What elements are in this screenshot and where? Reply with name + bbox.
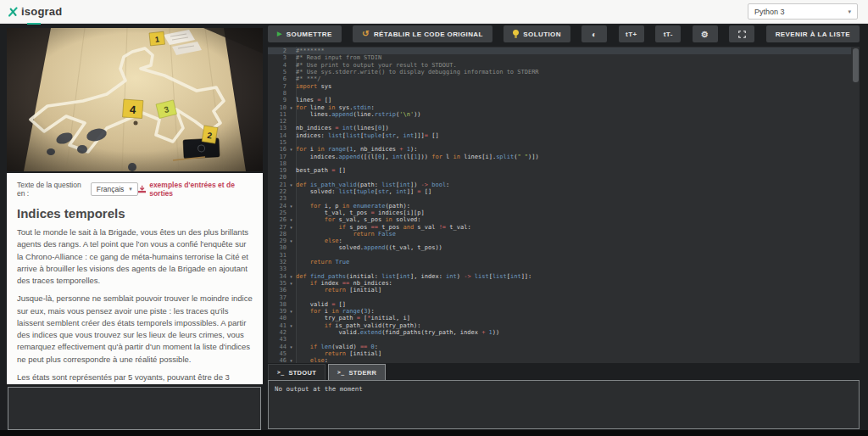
play-icon: ▶ [277,31,282,37]
question-paragraph: Jusque-là, personne ne semblait pouvoir … [17,293,253,366]
contrast-button[interactable]: ◐ [581,25,607,42]
code-line: 17 indices.append([(l[0], int(l[1])) for… [268,153,851,159]
code-line: 36 return [initial] [268,287,851,293]
code-line: 28 return False [268,231,851,238]
code-line: 42 valid.extend(find_paths(try_path, ind… [268,329,851,336]
question-title: Indices temporels [17,206,253,221]
code-line: 13nb_indices = int(lines[0]) [268,125,851,131]
font-decrease-button[interactable]: tT- [655,25,681,42]
code-line: 31 [268,252,851,259]
bottom-strip [0,430,868,436]
isograd-logo-icon [8,7,18,17]
question-paragraph: Tout le monde le sait à la Brigade, vous… [17,226,253,287]
console-message: No output at the moment [275,385,853,393]
code-line: 7import sys [268,82,851,89]
chevron-down-icon: ▾ [848,8,851,15]
code-line: 45 return [initial] [268,350,851,357]
gear-icon: ⚙ [701,30,709,39]
code-line: 19best_path = [] [268,167,851,174]
code-editor[interactable]: 2#*******3#* Read input from STDIN4#* Us… [268,47,860,363]
code-line: 25 t_val, t_pos = indices[i][p] [268,210,851,216]
editor-scrollbar [853,48,859,361]
contrast-icon: ◐ [592,30,597,39]
header: isograd Python 3 ▾ [0,0,868,24]
stdin-input-area[interactable] [8,387,261,430]
code-line: 11 lines.append(line.rstrip('\n')) [268,111,851,118]
fullscreen-icon [738,31,746,38]
code-line: 44▾ if len(valid) == 0: [268,343,851,349]
scrollbar-thumb[interactable] [853,48,859,82]
isograd-logo: isograd [8,5,62,18]
chevron-down-icon: ▾ [129,186,132,193]
code-line: 8 [268,90,851,97]
code-line: 41▾ if is_path_valid(try_path): [268,322,851,329]
code-line: 16▾for i in range(1, nb_indices + 1): [268,146,851,153]
question-language-label: Texte de la question en : [17,181,86,198]
code-line: 24▾ for i, p in enumerate(path): [268,203,851,210]
fullscreen-button[interactable] [729,25,754,42]
bulb-icon [513,30,519,38]
question-panel[interactable]: Texte de la question en : Français ▾ exe… [7,173,263,384]
tab-stdout[interactable]: >_STDOUT [268,364,326,380]
code-line: 18 [268,160,851,167]
code-line: 15 [268,139,851,146]
question-illustration: 1 4 3 2 [7,28,263,171]
code-line: 34▾def find_paths(initial: list[int], in… [268,273,851,280]
code-line: 20 [268,174,851,181]
solution-button[interactable]: SOLUTION [504,25,570,42]
code-line: 14indices: list[list[tuple[str, int]]]= … [268,132,851,139]
code-line: 35▾ if index == nb_indices: [268,280,851,287]
terminal-icon: >_ [337,369,344,376]
code-line: 40 try_path = [*initial, i] [268,315,851,321]
code-line: 26▾ for s_val, s_pos in solved: [268,216,851,223]
code-line: 37 [268,293,851,300]
code-line: 5#* Use sys.stderr.write() to display de… [268,69,851,75]
code-line: 39▾ for i in range(3): [268,308,851,315]
code-line: 33 [268,266,851,272]
question-language-select[interactable]: Français ▾ [91,182,138,196]
tab-stderr[interactable]: >_STDERR [328,364,386,380]
code-line: 27▾ if s_pos == t_pos and s_val != t_val… [268,223,851,230]
runtime-language-select[interactable]: Python 3 ▾ [748,3,858,20]
code-line: 30 solved.append((t_val, t_pos)) [268,244,851,251]
code-line: 29▾ else: [268,238,851,244]
question-paragraph: Les états sont représentés par 5 voyants… [17,372,253,384]
editor-toolbar: ▶ SOUMETTRE ↺ RÉTABLIR LE CODE ORIGINAL … [268,25,860,42]
logo-text: isograd [21,5,62,18]
code-line: 22 solved: list[tuple[str, int]] = [] [268,188,851,195]
settings-button[interactable]: ⚙ [693,25,718,42]
app-root: isograd Python 3 ▾ [0,0,868,436]
code-line: 23 [268,195,851,202]
reset-code-button[interactable]: ↺ RÉTABLIR LE CODE ORIGINAL [353,25,492,42]
examples-download-link[interactable]: exemples d'entrées et de sorties [138,181,253,198]
code-line: 4#* Use print to output your result to S… [268,62,851,69]
console-tabs: >_STDOUT>_STDERR [268,364,386,380]
logo-underline [27,23,41,25]
code-line: 43 [268,336,851,343]
back-to-list-button[interactable]: REVENIR À LA LISTE [766,25,860,42]
terminal-icon: >_ [277,369,284,376]
code-line: 10▾for line in sys.stdin: [268,103,851,110]
crime-scene-image: 1 4 3 2 [7,28,263,171]
code-line: 6#* ***/ [268,75,851,82]
code-line: 46▾ else: [268,357,851,363]
submit-button[interactable]: ▶ SOUMETTRE [268,25,342,42]
undo-icon: ↺ [362,30,370,38]
font-increase-button[interactable]: tT+ [619,25,644,42]
code-line: 2#******* [268,48,851,54]
code-line: 3#* Read input from STDIN [268,54,851,61]
code-line: 38 valid = [] [268,301,851,308]
code-lines: 2#*******3#* Read input from STDIN4#* Us… [268,48,851,363]
download-icon [138,185,146,193]
font-increase-icon: tT+ [626,31,637,38]
code-line: 32 return True [268,259,851,266]
question-language-value: Français [97,185,125,193]
code-line: 12 [268,118,851,125]
code-line: 9lines = [] [268,97,851,103]
console-output-panel: No output at the moment [268,380,860,429]
code-line: 21▾def is_path_valid(path: list[int]) ->… [268,182,851,188]
font-decrease-icon: tT- [664,31,673,38]
runtime-language-value: Python 3 [754,8,785,16]
